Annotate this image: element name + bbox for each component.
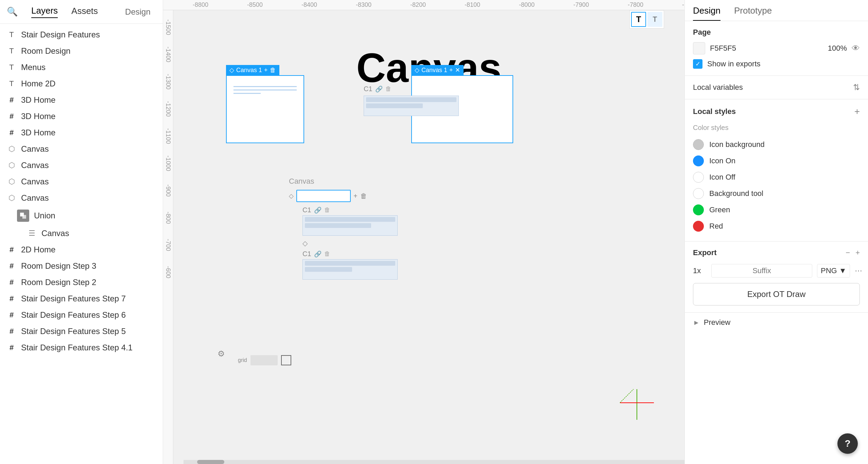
canvas-input-field[interactable] — [296, 190, 351, 202]
layer-label: Room Design Step 3 — [21, 261, 156, 271]
canvas-area[interactable]: -8800 -8500 -8400 -8300 -8200 -8100 -800… — [163, 0, 684, 464]
right-panel-tabs: Design Prototype — [685, 0, 868, 21]
canvas-icon: ⬡ — [7, 145, 16, 153]
text-tool-active[interactable]: T — [631, 12, 646, 27]
gear-icon[interactable]: ⚙ — [218, 349, 225, 359]
layer-label: 2D Home — [21, 245, 156, 254]
text-tool-secondary[interactable]: T — [647, 12, 662, 27]
layer-item[interactable]: # Stair Design Features Step 5 — [0, 323, 163, 339]
toggle-row: grid — [238, 355, 291, 365]
canvas-frame-left[interactable] — [226, 75, 304, 143]
style-item-green[interactable]: Green — [693, 202, 860, 218]
frame-icon: # — [7, 343, 16, 352]
layer-item[interactable]: # Room Design Step 3 — [0, 258, 163, 274]
export-scale: 1x — [693, 266, 707, 275]
layer-label: Stair Design Features Step 6 — [21, 310, 156, 320]
layer-label: 3D Home — [21, 128, 156, 137]
preview-row[interactable]: ► Preview — [693, 318, 860, 327]
layer-item[interactable]: ⬡ Canvas — [0, 157, 163, 173]
frame-icon: # — [7, 311, 16, 319]
export-suffix-input[interactable] — [711, 264, 812, 278]
grid-label: grid — [238, 357, 247, 363]
layer-item[interactable]: # Stair Design Features Step 4.1 — [0, 339, 163, 356]
canvas-tool-icon: ◇ — [289, 192, 294, 200]
union-item[interactable]: Union — [0, 206, 163, 225]
style-item-icon-off[interactable]: Icon Off — [693, 169, 860, 185]
canvas-frame-left-container: ◇ Canvas 1 + 🗑 — [226, 65, 304, 143]
add-local-style-btn[interactable]: + — [854, 106, 860, 117]
layer-item[interactable]: T Room Design — [0, 43, 163, 59]
add-icon[interactable]: + — [264, 67, 268, 74]
layer-item[interactable]: # 2D Home — [0, 242, 163, 258]
layer-label: Canvas — [21, 144, 156, 154]
canvas-content[interactable]: Canvas ◇ Canvas 1 + 🗑 ◇ Canvas 1 + ✕ — [173, 10, 684, 464]
tab-assets[interactable]: Assets — [71, 6, 98, 18]
style-item-icon-on[interactable]: Icon On — [693, 153, 860, 169]
search-icon[interactable]: 🔍 — [7, 6, 18, 17]
delete-btn[interactable]: 🗑 — [360, 192, 367, 200]
layer-item[interactable]: # 3D Home — [0, 125, 163, 141]
page-color-swatch[interactable] — [693, 42, 705, 54]
canvas1-label-left: ◇ Canvas 1 + 🗑 — [226, 65, 279, 75]
layer-label: Stair Design Features — [21, 30, 156, 39]
scrollbar-thumb[interactable] — [197, 460, 224, 464]
style-item-bg-tool[interactable]: Background tool — [693, 185, 860, 202]
layer-item[interactable]: # Room Design Step 2 — [0, 274, 163, 291]
left-panel: 🔍 Layers Assets Design ▾ T Stair Design … — [0, 0, 163, 464]
export-format-label: PNG — [821, 266, 837, 275]
c1-mini-frame — [364, 96, 459, 116]
local-styles-title: Local styles — [693, 107, 736, 116]
square-toggle[interactable] — [281, 355, 291, 365]
export-format-select[interactable]: PNG ▼ — [817, 264, 850, 278]
layer-label: Menus — [21, 63, 156, 72]
tab-prototype[interactable]: Prototype — [734, 5, 772, 21]
export-section: Export − + 1x PNG ▼ ⋯ Export OT Draw — [685, 242, 868, 313]
layer-item[interactable]: ⬡ Canvas — [0, 141, 163, 157]
layer-item[interactable]: T Menus — [0, 59, 163, 76]
show-exports-checkbox[interactable]: ✓ — [693, 59, 702, 69]
local-variables-icon[interactable]: ⇅ — [853, 83, 860, 92]
add-icon-r[interactable]: + — [449, 67, 453, 74]
layer-item[interactable]: ⬡ Canvas — [0, 173, 163, 190]
show-exports-label: Show in exports — [707, 60, 761, 68]
export-minus-icon[interactable]: − — [846, 248, 850, 257]
help-button[interactable]: ? — [837, 433, 858, 454]
delete-icon[interactable]: 🗑 — [270, 67, 276, 74]
export-more-btn[interactable]: ⋯ — [855, 266, 862, 275]
bottom-canvas-toolbar: ◇ + 🗑 — [289, 190, 398, 202]
text-icon: T — [7, 63, 16, 72]
layer-item[interactable]: ☰ Canvas — [0, 225, 163, 242]
eye-icon[interactable]: 👁 — [852, 44, 860, 53]
close-icon[interactable]: ✕ — [455, 66, 460, 74]
layer-item[interactable]: T Stair Design Features — [0, 27, 163, 43]
local-variables-section: Local variables ⇅ — [685, 76, 868, 99]
export-draw-button[interactable]: Export OT Draw — [693, 283, 860, 305]
grid-toggle[interactable] — [250, 355, 278, 365]
layer-item[interactable]: # 3D Home — [0, 92, 163, 108]
svg-rect-1 — [22, 215, 26, 219]
tab-layers[interactable]: Layers — [31, 5, 58, 18]
union-icon — [17, 210, 29, 222]
tab-design[interactable]: Design — [693, 5, 721, 21]
style-item-red[interactable]: Red — [693, 218, 860, 234]
design-tab-btn[interactable]: Design — [125, 7, 151, 17]
canvas-icon: ⬡ — [7, 161, 16, 170]
style-item-icon-background[interactable]: Icon background — [693, 136, 860, 153]
layer-item[interactable]: # 3D Home — [0, 108, 163, 125]
export-title: Export — [693, 248, 717, 257]
add-btn[interactable]: + — [353, 192, 358, 200]
trash-icon-2[interactable]: 🗑 — [324, 250, 330, 258]
trash-icon[interactable]: 🗑 — [385, 85, 392, 93]
c1-row-text-2: C1 — [302, 250, 311, 258]
layer-item[interactable]: T Home 2D — [0, 76, 163, 92]
layer-item[interactable]: ⬡ Canvas — [0, 190, 163, 206]
canvas-scrollbar-horizontal[interactable] — [184, 460, 684, 464]
frame-icon: # — [7, 278, 16, 287]
trash-icon[interactable]: 🗑 — [324, 206, 330, 214]
export-plus-icon[interactable]: + — [855, 248, 860, 257]
layer-item[interactable]: # Stair Design Features Step 7 — [0, 291, 163, 307]
layer-label: 3D Home — [21, 112, 156, 121]
text-toolbar: T T — [629, 10, 664, 29]
c1-row-2: C1 🔗 🗑 — [302, 250, 398, 258]
layer-item[interactable]: # Stair Design Features Step 6 — [0, 307, 163, 323]
